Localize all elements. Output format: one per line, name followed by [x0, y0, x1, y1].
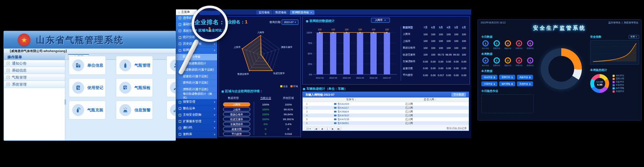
export-button[interactable]: 导出数据: [451, 93, 466, 97]
metric-button[interactable]: 平均疲劳: [223, 132, 250, 136]
expand-plus-icon[interactable]: +: [7, 69, 10, 72]
index-range-dropdown[interactable]: 本周 ∨: [629, 35, 639, 39]
svg-text:2022-05: 2022-05: [356, 77, 364, 79]
index-section-label: 安全指数: [590, 35, 601, 39]
expand-plus-icon[interactable]: +: [7, 76, 10, 79]
first-page-button[interactable]: |◀: [313, 127, 318, 130]
admin-zone[interactable]: 系统管理专区: [624, 21, 638, 24]
vehicle-icon: [334, 103, 336, 105]
detail-row: 上线率 100% 99.91%: [219, 107, 301, 112]
svg-text:数据合格率: 数据合格率: [237, 73, 249, 75]
admin-user[interactable]: 监控管理员: [608, 21, 620, 24]
menu-item-network[interactable]: 联网联控∨: [176, 48, 217, 54]
tab-monitor-board[interactable]: 监控看板: [256, 10, 272, 15]
month-pill[interactable]: 其他作业1: [517, 81, 533, 86]
menu-item-extension[interactable]: 扩展服务管理∨: [176, 118, 217, 125]
hazard-section-label: 今日隐患作业: [481, 89, 534, 93]
qrcode-icon: [179, 127, 181, 129]
menu-item-passcode[interactable]: 通行码∨: [176, 125, 217, 132]
tile-inspection[interactable]: 气瓶报检: [116, 78, 153, 97]
stats-row: 平均疲劳 0.000.000.0170.000.000.00: [403, 72, 468, 79]
table-row[interactable]: 5鲁KA7035已入网: [303, 117, 469, 121]
main-menu-header[interactable]: ⌂ 主菜单: [176, 9, 197, 15]
submenu-item-assessment[interactable]: 联网联控考核: [176, 54, 217, 60]
tile-filling[interactable]: 气瓶充装: [69, 101, 106, 119]
page-size-select[interactable]: 10 ▾: [305, 127, 312, 130]
tile-use-register[interactable]: 使用登记: [69, 78, 106, 97]
safety-index-line-chart: [590, 40, 639, 65]
radar-legend: 企业 区域: [280, 85, 298, 88]
tile-cylinder-mgmt[interactable]: 气瓶管理: [116, 56, 153, 75]
menu-item-alarm[interactable]: 报警管理∨: [176, 99, 217, 106]
month-pill[interactable]: 高处作业0: [517, 75, 533, 80]
detail-row: 车辆漂移率 0% 3.4%: [219, 122, 301, 127]
sidebar-item-notice[interactable]: +通知公告: [4, 60, 65, 67]
sidebar-item-baseinfo[interactable]: +基础信息: [4, 67, 65, 74]
table-row[interactable]: 4鲁KA7637已入网: [303, 114, 469, 117]
menu-item-safety[interactable]: 主动安全防御∨: [176, 112, 217, 119]
svg-text:100: 100: [331, 28, 335, 31]
month-section-label: 本月数据: [481, 69, 534, 73]
metric-button[interactable]: 上线率: [223, 107, 250, 111]
close-icon[interactable]: ×: [310, 11, 312, 14]
expand-plus-icon[interactable]: +: [7, 62, 10, 65]
tile-unit-info[interactable]: 单位信息: [69, 56, 106, 75]
monthly-stats-table: 数据类型 7月 6月 5月 4月 3月 2月 入网率 1001001001001…: [403, 24, 468, 79]
metric-button[interactable]: 车辆漂移率: [223, 122, 250, 126]
metric-button[interactable]: 入网率: [223, 102, 250, 107]
register-icon: [72, 82, 84, 94]
svg-text:100: 100: [345, 28, 349, 31]
company-rank-panel: 企业排名：1 查询日期 2022-07 ▼: [219, 16, 301, 137]
tile-partial-wrench[interactable]: [166, 78, 176, 97]
legend-swatch: [613, 78, 615, 80]
chevron-down-icon: ∨: [214, 43, 215, 45]
tile-partial-chart[interactable]: [166, 101, 176, 119]
menu-item-waybill[interactable]: 整合运单∨: [176, 106, 217, 112]
svg-text:2022-02: 2022-02: [316, 77, 324, 79]
prev-page-button[interactable]: ◀: [319, 127, 324, 130]
page-input[interactable]: 1: [325, 127, 330, 130]
sidebar-splitter-handle[interactable]: [65, 99, 66, 105]
table-row[interactable]: 3鲁K96804已入网: [303, 110, 469, 114]
tab-data-board[interactable]: 数据看板: [273, 10, 289, 15]
tile-partial-person[interactable]: [166, 56, 176, 75]
vehicle-icon: [334, 118, 336, 120]
month-pill[interactable]: 临时用电0: [499, 81, 515, 86]
month-pill[interactable]: 受限空间1: [499, 75, 515, 80]
tile-warning[interactable]: 信息预警: [116, 101, 153, 119]
expand-plus-icon[interactable]: +: [7, 83, 10, 86]
section-square-icon: [303, 88, 305, 90]
cylinder-icon: [119, 59, 131, 71]
stats-row: 车辆漂移率 0.000.000.000.000.000.00: [403, 58, 468, 65]
sort-icon[interactable]: ↕: [355, 98, 356, 101]
shield-icon: [179, 114, 181, 116]
globe-icon: [179, 49, 181, 52]
network-stats-panel: 联网联控数据统计 入网率▼ 100% 75% 50% 25% 0%: [302, 16, 470, 85]
last-page-button[interactable]: ▶|: [336, 127, 341, 130]
next-page-button[interactable]: ▶: [331, 127, 335, 130]
submenu-item-daily-test[interactable]: 每日轨迹数据统计（测试）: [176, 93, 217, 99]
menu-item-library[interactable]: 资料库∨: [176, 131, 217, 138]
tab-network-assessment[interactable]: 联网联控考核×: [290, 10, 314, 15]
vehicle-icon: [334, 122, 336, 124]
search-doc-icon: [179, 43, 181, 45]
bar-chart: 100% 75% 50% 25% 0%: [304, 26, 400, 84]
table-header: 车牌号 ↕ 是否入网 ↕: [303, 97, 469, 102]
metric-dropdown[interactable]: 入网率▼: [371, 18, 390, 23]
svg-text:2022-04: 2022-04: [343, 77, 351, 79]
submenu-item-fatigue[interactable]: 疲劳统计(基于运政): [176, 80, 217, 86]
sort-icon[interactable]: ↕: [435, 98, 436, 101]
query-date-dropdown[interactable]: 2022-07 ▼: [282, 20, 298, 25]
table-row[interactable]: 1鲁KA1909已入网: [303, 102, 469, 106]
table-row[interactable]: 6鲁K56951已入网: [303, 121, 469, 125]
sidebar-item-cylinder[interactable]: +气瓶管理: [4, 74, 65, 81]
sidebar-item-system[interactable]: +系统管理: [4, 81, 65, 88]
metric-button[interactable]: 数据合格率: [223, 112, 250, 116]
vehicle-track-section-header: 车辆轨迹统计（单位：车辆）: [303, 87, 347, 91]
metric-button[interactable]: 超速次数: [223, 127, 250, 131]
month-pill[interactable]: 吊装作业1: [481, 81, 497, 86]
magnified-compare-label: 区域与企业对比：: [194, 28, 225, 33]
metric-button[interactable]: 轨迹完整率: [223, 117, 250, 121]
month-pill[interactable]: 动火作业3: [481, 75, 497, 80]
table-row[interactable]: 2鲁KA1117已入网: [303, 106, 469, 110]
